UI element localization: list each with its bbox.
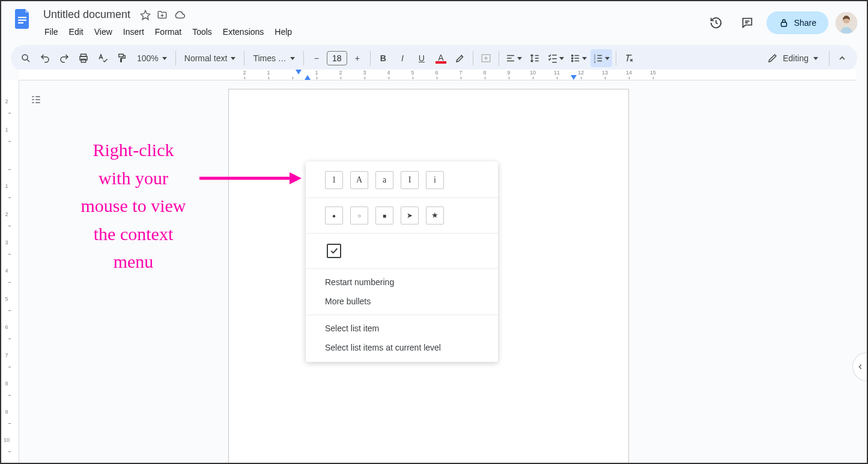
select-list-level-item[interactable]: Select list items at current level xyxy=(306,338,498,357)
bullet-style-row: ● ○ ■ ➤ ★ xyxy=(306,202,498,229)
search-icon[interactable] xyxy=(17,49,35,67)
separator xyxy=(244,51,244,65)
highlight-button[interactable] xyxy=(451,49,469,67)
menu-bar: File Edit View Insert Format Tools Exten… xyxy=(40,23,704,40)
separator xyxy=(306,315,498,315)
number-style-I[interactable]: I xyxy=(401,171,419,189)
checklist-button[interactable] xyxy=(545,49,566,67)
svg-point-14 xyxy=(572,60,573,61)
menu-edit[interactable]: Edit xyxy=(64,25,88,39)
ruler-tick: 7 xyxy=(449,70,473,76)
bulleted-list-button[interactable] xyxy=(568,49,589,67)
undo-icon[interactable] xyxy=(36,49,54,67)
caret-icon xyxy=(605,57,610,60)
header-right: Share xyxy=(704,6,857,35)
svg-point-12 xyxy=(572,55,573,56)
bullet-star[interactable]: ★ xyxy=(426,206,444,224)
restart-numbering-item[interactable]: Restart numbering xyxy=(306,273,498,292)
redo-icon[interactable] xyxy=(55,49,73,67)
collapse-toolbar-icon[interactable] xyxy=(833,49,851,67)
docs-logo-icon[interactable] xyxy=(11,6,35,30)
share-label: Share xyxy=(794,18,816,28)
insert-image-icon[interactable] xyxy=(477,49,495,67)
zoom-select[interactable]: 100% xyxy=(132,53,172,63)
spellcheck-icon[interactable] xyxy=(94,49,112,67)
ruler-tick: 13 xyxy=(593,70,617,76)
menu-help[interactable]: Help xyxy=(270,25,297,39)
ruler-tick: 10 xyxy=(521,70,545,76)
ruler-tick: 4 xyxy=(377,70,401,76)
paint-format-icon[interactable] xyxy=(113,49,131,67)
italic-button[interactable]: I xyxy=(393,49,411,67)
ruler-tick: 15 xyxy=(641,70,665,76)
checklist-option[interactable] xyxy=(327,244,341,258)
history-icon[interactable] xyxy=(704,11,728,35)
editing-mode-button[interactable]: Editing xyxy=(760,50,825,66)
header-bar: Untitled document File Edit View Insert … xyxy=(1,1,867,40)
ruler-tick xyxy=(1,155,12,183)
paragraph-style-select[interactable]: Normal text xyxy=(180,53,241,63)
bullet-arrow[interactable]: ➤ xyxy=(401,206,419,224)
separator xyxy=(306,197,498,198)
move-icon[interactable] xyxy=(157,10,168,20)
ruler-tick: 1 xyxy=(1,183,12,211)
font-size-decrease[interactable]: − xyxy=(308,49,326,67)
checklist-row xyxy=(306,237,498,265)
number-style-a[interactable]: a xyxy=(375,171,393,189)
svg-point-13 xyxy=(572,58,573,59)
number-style-i[interactable]: i xyxy=(426,171,444,189)
right-indent-marker[interactable] xyxy=(571,75,577,80)
number-style-A[interactable]: A xyxy=(350,171,368,189)
svg-point-6 xyxy=(22,55,28,60)
number-style-1[interactable]: 1 xyxy=(325,171,343,189)
horizontal-ruler[interactable]: 2 1 1 2 3 4 5 6 7 8 9 10 11 12 13 14 15 xyxy=(19,70,856,80)
ruler-tick: 1 xyxy=(1,127,12,155)
menu-view[interactable]: View xyxy=(90,25,117,39)
ruler-tick: 8 xyxy=(1,381,12,409)
star-icon[interactable] xyxy=(140,10,151,20)
title-area: Untitled document File Edit View Insert … xyxy=(40,6,704,40)
separator xyxy=(306,233,498,234)
document-title[interactable]: Untitled document xyxy=(40,7,134,22)
document-page[interactable]: 1 A a I i ● ○ ■ ➤ ★ xyxy=(228,89,629,463)
avatar[interactable] xyxy=(836,12,857,34)
first-line-indent-marker[interactable] xyxy=(296,70,302,74)
ruler-tick: 5 xyxy=(401,70,425,76)
left-indent-marker[interactable] xyxy=(305,75,311,80)
ruler-tick: 11 xyxy=(545,70,569,76)
bullet-square[interactable]: ■ xyxy=(375,206,393,224)
more-bullets-item[interactable]: More bullets xyxy=(306,292,498,311)
font-size-increase[interactable]: + xyxy=(348,49,366,67)
numbered-list-button[interactable]: 123 xyxy=(590,49,612,67)
vertical-ruler[interactable]: 2 1 1 2 3 4 5 6 7 8 9 10 11 12 13 xyxy=(1,80,19,463)
separator xyxy=(616,51,616,65)
separator xyxy=(829,51,830,65)
clear-formatting-button[interactable] xyxy=(620,49,638,67)
print-icon[interactable] xyxy=(74,49,93,67)
menu-format[interactable]: Format xyxy=(150,25,186,39)
outline-toggle-icon[interactable] xyxy=(25,89,47,110)
menu-extensions[interactable]: Extensions xyxy=(218,25,269,39)
separator xyxy=(303,51,304,65)
select-list-item[interactable]: Select list item xyxy=(306,319,498,338)
comments-icon[interactable] xyxy=(735,11,759,35)
font-size-input[interactable]: 18 xyxy=(327,51,347,65)
ruler-tick: 1 xyxy=(256,70,281,76)
menu-insert[interactable]: Insert xyxy=(118,25,149,39)
align-button[interactable] xyxy=(503,49,524,67)
caret-icon xyxy=(517,57,522,60)
underline-button[interactable]: U xyxy=(413,49,431,67)
line-spacing-button[interactable] xyxy=(526,49,544,67)
context-menu: 1 A a I i ● ○ ■ ➤ ★ xyxy=(306,161,498,362)
bold-button[interactable]: B xyxy=(374,49,392,67)
bullet-disc[interactable]: ● xyxy=(325,206,343,224)
font-select[interactable]: Times … xyxy=(248,53,299,63)
bullet-circle[interactable]: ○ xyxy=(350,206,368,224)
caret-icon xyxy=(231,57,235,60)
menu-tools[interactable]: Tools xyxy=(187,25,217,39)
document-area[interactable]: 1 A a I i ● ○ ■ ➤ ★ xyxy=(19,80,856,463)
menu-file[interactable]: File xyxy=(40,25,63,39)
text-color-button[interactable]: A xyxy=(432,49,450,67)
cloud-status-icon[interactable] xyxy=(174,9,186,21)
share-button[interactable]: Share xyxy=(766,11,828,34)
